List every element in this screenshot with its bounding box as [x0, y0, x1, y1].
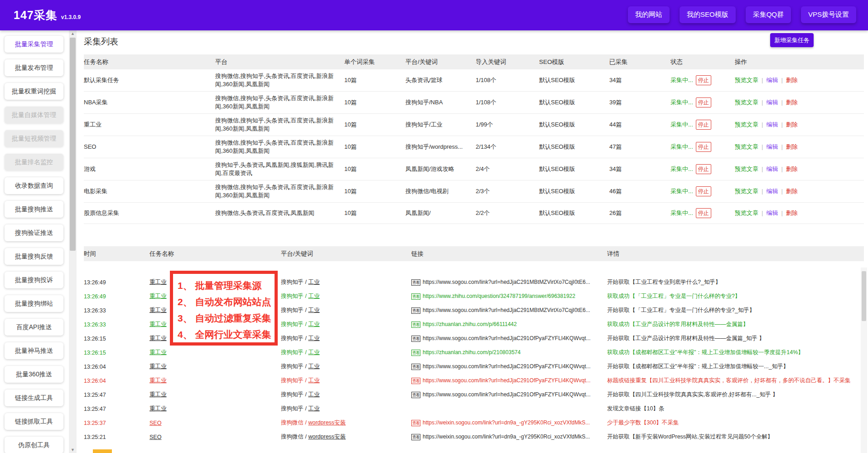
delete-link[interactable]: 删除: [786, 99, 798, 106]
keyword-link[interactable]: wordpress安装: [308, 419, 346, 426]
main-scrollbar[interactable]: ▲ ▼: [69, 30, 77, 453]
keyword-link[interactable]: 工业: [308, 391, 319, 398]
delete-link[interactable]: 删除: [786, 166, 798, 172]
log-url[interactable]: https://www.sogou.com/link?url=hedJjaC29…: [423, 307, 590, 313]
view-icon[interactable]: 查看: [411, 420, 420, 426]
preview-article-link[interactable]: 预览文章: [735, 209, 758, 216]
sidebar-item[interactable]: 链接生成工具: [5, 390, 63, 406]
log-url[interactable]: https://weixin.sogou.com/link?url=dn9a_-…: [423, 434, 590, 440]
preview-article-link[interactable]: 预览文章: [735, 188, 758, 195]
sidebar-item[interactable]: 百度API推送: [5, 319, 63, 336]
sidebar-item[interactable]: 链接抓取工具: [5, 413, 63, 430]
log-url[interactable]: https://zhuanlan.zhihu.com/p/66111442: [423, 321, 517, 327]
log-task-name[interactable]: 重工业: [149, 405, 281, 413]
view-icon[interactable]: 查看: [411, 293, 420, 300]
keyword-link[interactable]: 工业: [308, 349, 319, 356]
preview-article-link[interactable]: 预览文章: [735, 143, 758, 150]
keyword-link[interactable]: 工业: [308, 279, 319, 285]
sidebar-item[interactable]: 收录数据查询: [5, 177, 63, 194]
view-icon[interactable]: 查看: [411, 307, 420, 314]
column-header: 时间: [84, 246, 149, 261]
sidebar-item[interactable]: 批量权重词挖掘: [5, 83, 63, 100]
log-platform-keyword: 搜狗知乎 / 工业: [281, 307, 411, 314]
log-url[interactable]: https://www.sogou.com/link?url=hedJjaC29…: [423, 391, 591, 398]
log-task-name[interactable]: SEO: [149, 420, 281, 426]
keyword-link[interactable]: 工业: [308, 321, 319, 327]
nav-item-1[interactable]: 我的网站: [628, 6, 670, 23]
sidebar-item[interactable]: 批量搜狗反馈: [5, 248, 63, 265]
delete-link[interactable]: 删除: [786, 121, 798, 128]
sidebar-item[interactable]: 伪原创工具: [5, 437, 63, 453]
log-url[interactable]: https://www.sogou.com/link?url=hedJjaC29…: [423, 279, 590, 285]
stop-button[interactable]: 停止: [696, 75, 711, 85]
sidebar-item[interactable]: 批量发布管理: [5, 59, 63, 76]
preview-article-link[interactable]: 预览文章: [735, 99, 758, 106]
preview-article-link[interactable]: 预览文章: [735, 166, 758, 172]
view-icon[interactable]: 查看: [411, 321, 420, 328]
keyword-link[interactable]: 工业: [308, 377, 319, 384]
stop-button[interactable]: 停止: [696, 208, 711, 218]
keyword-link[interactable]: 工业: [308, 405, 319, 412]
scroll-down-icon[interactable]: ▼: [69, 447, 77, 453]
sidebar-item[interactable]: 批量神马推送: [5, 342, 63, 359]
nav-item-3[interactable]: 采集QQ群: [746, 6, 791, 23]
log-task-name[interactable]: SEO: [149, 434, 281, 440]
nav-item-4[interactable]: VPS拨号设置: [801, 6, 856, 23]
log-url[interactable]: https://www.sogou.com/link?url=hedJjaC29…: [423, 335, 591, 341]
edit-link[interactable]: 编辑: [766, 143, 778, 150]
delete-link[interactable]: 删除: [786, 143, 798, 150]
sidebar-item[interactable]: 批量采集管理: [5, 36, 63, 53]
view-icon[interactable]: 查看: [411, 378, 420, 384]
keyword-link[interactable]: 工业: [308, 307, 319, 313]
log-url[interactable]: https://www.zhihu.com/question/324787199…: [423, 293, 575, 299]
column-header: 任务名称: [84, 54, 215, 69]
stop-button[interactable]: 停止: [696, 186, 711, 196]
view-icon[interactable]: 查看: [411, 434, 420, 440]
view-icon[interactable]: 查看: [411, 350, 420, 356]
keyword-link[interactable]: 工业: [308, 335, 319, 341]
nav-item-2[interactable]: 我的SEO模版: [680, 6, 736, 23]
view-icon[interactable]: 查看: [411, 336, 420, 342]
log-scrollbar-thumb[interactable]: [862, 271, 866, 321]
edit-link[interactable]: 编辑: [766, 166, 778, 172]
add-task-button[interactable]: 新增采集任务: [770, 33, 814, 47]
log-url[interactable]: https://www.sogou.com/link?url=hedJjaC29…: [423, 377, 591, 384]
stop-button[interactable]: 停止: [696, 142, 711, 152]
view-icon[interactable]: 查看: [411, 392, 420, 398]
log-url[interactable]: https://www.sogou.com/link?url=hedJjaC29…: [423, 363, 591, 370]
log-url[interactable]: https://zhuanlan.zhihu.com/p/210803574: [423, 349, 521, 356]
delete-link[interactable]: 删除: [786, 209, 798, 216]
edit-link[interactable]: 编辑: [766, 77, 778, 83]
keyword-link[interactable]: wordpress安装: [308, 434, 346, 440]
delete-link[interactable]: 删除: [786, 188, 798, 195]
status-cell: 采集中...停止: [670, 75, 735, 85]
scrollbar-thumb[interactable]: [70, 38, 76, 251]
sidebar-item[interactable]: 搜狗验证推送: [5, 224, 63, 241]
log-task-name[interactable]: 重工业: [149, 349, 281, 356]
edit-link[interactable]: 编辑: [766, 99, 778, 106]
sidebar-item[interactable]: 批量搜狗投诉: [5, 272, 63, 288]
keyword-link[interactable]: 工业: [308, 363, 319, 370]
log-task-name[interactable]: 重工业: [149, 391, 281, 399]
log-task-name[interactable]: 重工业: [149, 363, 281, 370]
edit-link[interactable]: 编辑: [766, 188, 778, 195]
edit-link[interactable]: 编辑: [766, 209, 778, 216]
preview-article-link[interactable]: 预览文章: [735, 77, 758, 83]
log-url[interactable]: https://weixin.sogou.com/link?url=dn9a_-…: [423, 419, 590, 426]
log-platform-keyword: 搜狗知乎 / 工业: [281, 278, 411, 286]
log-task-name[interactable]: 重工业: [149, 377, 281, 385]
sidebar-item[interactable]: 批量搜狗推送: [5, 201, 63, 218]
sidebar-item[interactable]: 批量360推送: [5, 366, 63, 383]
stop-button[interactable]: 停止: [696, 120, 711, 130]
scroll-up-icon[interactable]: ▲: [69, 30, 77, 37]
edit-link[interactable]: 编辑: [766, 121, 778, 128]
view-icon[interactable]: 查看: [411, 364, 420, 370]
sidebar-item[interactable]: 批量搜狗绑站: [5, 295, 63, 312]
preview-article-link[interactable]: 预览文章: [735, 121, 758, 128]
delete-link[interactable]: 删除: [786, 77, 798, 83]
view-icon[interactable]: 查看: [411, 279, 420, 286]
keyword-link[interactable]: 工业: [308, 293, 319, 299]
stop-button[interactable]: 停止: [696, 164, 711, 174]
stop-button[interactable]: 停止: [696, 97, 711, 107]
log-scrollbar[interactable]: [861, 268, 867, 453]
